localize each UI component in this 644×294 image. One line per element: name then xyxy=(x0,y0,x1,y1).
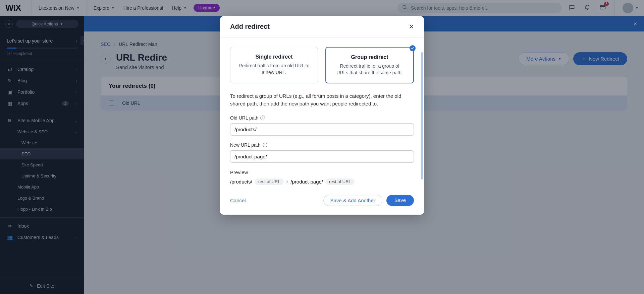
modal-body: Single redirect Redirect traffic from an… xyxy=(220,38,424,188)
card-desc: Redirect traffic from an old URL to a ne… xyxy=(238,63,310,76)
old-url-label: Old URL path xyxy=(230,115,258,121)
modal-footer: Cancel Save & Add Another Save xyxy=(220,188,424,215)
arrow-right-icon: › xyxy=(286,179,288,184)
new-url-input[interactable] xyxy=(230,150,414,163)
add-redirect-modal: Add redirect ✕ Single redirect Redirect … xyxy=(220,16,424,215)
check-icon xyxy=(410,45,416,51)
preview-old-path: /products/ xyxy=(230,179,252,185)
preview-label: Preview xyxy=(230,169,414,175)
cancel-button[interactable]: Cancel xyxy=(230,198,246,203)
modal-description: To redirect a group of URLs (e.g., all f… xyxy=(230,92,414,108)
preview-new-path: /product-page/ xyxy=(290,179,323,185)
save-button[interactable]: Save xyxy=(386,195,414,206)
old-url-input[interactable] xyxy=(230,123,414,136)
save-add-another-button[interactable]: Save & Add Another xyxy=(323,195,382,206)
preview-old-rest-tag: rest of URL xyxy=(255,178,284,185)
single-redirect-card[interactable]: Single redirect Redirect traffic from an… xyxy=(230,47,318,83)
modal-header: Add redirect ✕ xyxy=(220,16,424,38)
close-icon[interactable]: ✕ xyxy=(409,23,414,30)
info-icon[interactable]: i xyxy=(263,143,267,147)
new-url-label: New URL path xyxy=(230,142,261,148)
redirect-type-cards: Single redirect Redirect traffic from an… xyxy=(230,47,414,83)
old-url-field: Old URL path i xyxy=(230,115,414,136)
modal-overlay: Add redirect ✕ Single redirect Redirect … xyxy=(0,0,644,294)
card-title: Single redirect xyxy=(238,54,310,60)
modal-title: Add redirect xyxy=(230,23,270,30)
preview-line: /products/ rest of URL › /product-page/ … xyxy=(230,178,414,185)
card-title: Group redirect xyxy=(333,54,406,60)
new-url-field: New URL path i xyxy=(230,142,414,163)
preview-new-rest-tag: rest of URL xyxy=(326,178,355,185)
group-redirect-card[interactable]: Group redirect Redirect traffic for a gr… xyxy=(325,47,414,83)
info-icon[interactable]: i xyxy=(260,116,265,120)
modal-scrollbar[interactable] xyxy=(421,52,423,179)
card-desc: Redirect traffic for a group of URLs tha… xyxy=(333,63,406,76)
